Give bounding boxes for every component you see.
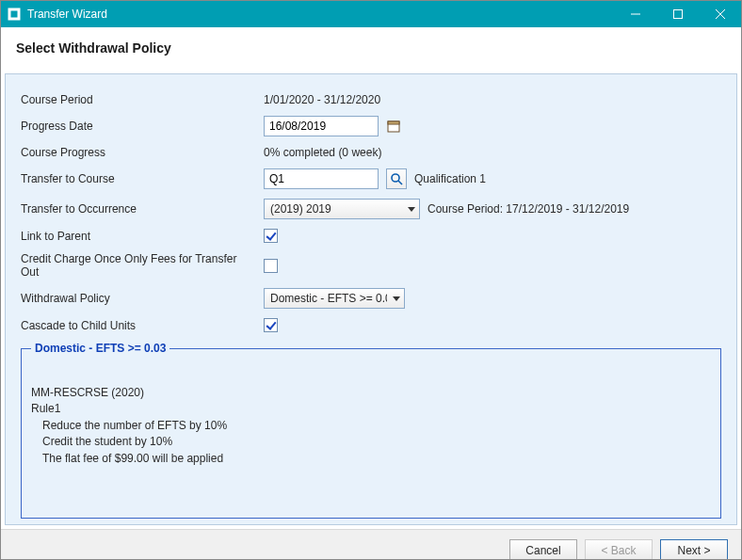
transfer-course-result: Qualification 1 — [414, 172, 486, 185]
withdrawal-policy-label: Withdrawal Policy — [21, 292, 264, 305]
policy-legend: Domestic - EFTS >= 0.03 — [31, 342, 169, 355]
credit-charge-checkbox[interactable] — [264, 259, 278, 273]
window-title: Transfer Wizard — [27, 8, 107, 21]
wizard-footer: Cancel < Back Next > — [1, 529, 741, 560]
search-icon[interactable] — [386, 168, 407, 189]
cascade-child-label: Cascade to Child Units — [21, 319, 264, 332]
minimize-button[interactable] — [614, 1, 656, 27]
calendar-icon[interactable] — [386, 119, 401, 134]
svg-line-12 — [398, 181, 402, 184]
transfer-to-course-input[interactable] — [264, 168, 379, 189]
withdrawal-policy-select[interactable]: Domestic - EFTS >= 0.03 — [264, 288, 405, 309]
svg-rect-7 — [388, 121, 399, 124]
page-title: Select Withdrawal Policy — [16, 40, 726, 56]
link-to-parent-label: Link to Parent — [21, 230, 264, 243]
course-progress-value: 0% completed (0 week) — [264, 146, 381, 159]
chevron-down-icon — [393, 296, 400, 301]
transfer-to-occurrence-label: Transfer to Occurrence — [21, 202, 264, 216]
chevron-down-icon — [408, 207, 415, 212]
withdrawal-policy-selected: Domestic - EFTS >= 0.03 — [270, 292, 387, 305]
progress-date-input[interactable] — [264, 116, 379, 136]
svg-point-11 — [392, 174, 399, 182]
svg-rect-3 — [673, 10, 682, 19]
policy-details-panel: Domestic - EFTS >= 0.03 MM-RESCRSE (2020… — [21, 342, 721, 519]
course-progress-label: Course Progress — [21, 146, 264, 159]
app-icon — [7, 7, 22, 22]
policy-line-4: Credit the student by 10% — [42, 434, 711, 450]
policy-line-3: Reduce the number of EFTS by 10% — [42, 418, 711, 434]
next-button[interactable]: Next > — [660, 539, 728, 561]
back-button: < Back — [585, 539, 653, 561]
svg-rect-1 — [11, 11, 17, 17]
policy-line-2: Rule1 — [31, 401, 711, 417]
course-period-value: 1/01/2020 - 31/12/2020 — [264, 93, 380, 106]
transfer-to-occurrence-select[interactable]: (2019) 2019 — [264, 199, 420, 219]
occurrence-selected: (2019) 2019 — [270, 202, 402, 216]
occurrence-side-text: Course Period: 17/12/2019 - 31/12/2019 — [427, 202, 629, 216]
titlebar: Transfer Wizard — [1, 1, 741, 27]
cascade-child-checkbox[interactable] — [264, 318, 278, 332]
close-button[interactable] — [699, 1, 741, 27]
progress-date-label: Progress Date — [21, 120, 264, 133]
transfer-to-course-label: Transfer to Course — [21, 172, 264, 185]
cancel-button[interactable]: Cancel — [509, 539, 577, 561]
policy-line-1: MM-RESCRSE (2020) — [31, 385, 711, 401]
link-to-parent-checkbox[interactable] — [264, 229, 278, 243]
policy-line-5: The flat fee of $99.00 will be applied — [42, 451, 711, 467]
form-area: Course Period 1/01/2020 - 31/12/2020 Pro… — [5, 73, 737, 525]
maximize-button[interactable] — [656, 1, 699, 27]
course-period-label: Course Period — [21, 93, 264, 106]
wizard-header: Select Withdrawal Policy — [1, 27, 741, 70]
credit-charge-label: Credit Charge Once Only Fees for Transfe… — [21, 252, 264, 279]
